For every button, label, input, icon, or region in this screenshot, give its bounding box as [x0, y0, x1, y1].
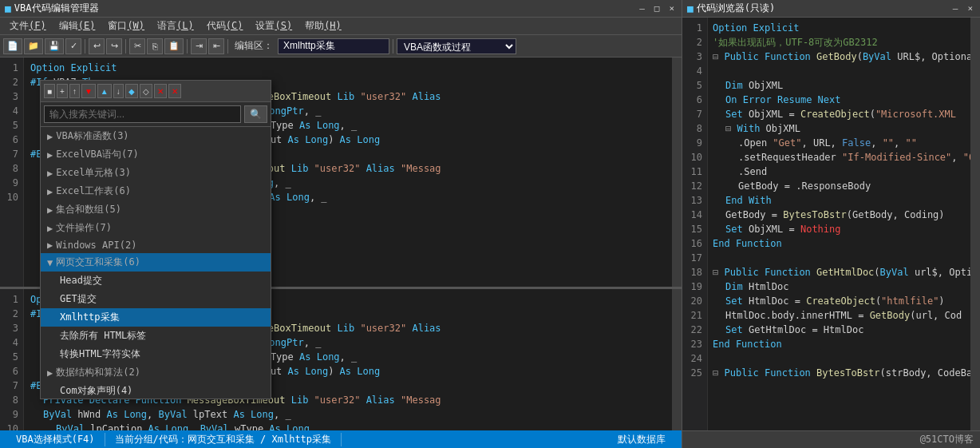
- status-mode: VBA选择模式(F4): [6, 433, 105, 446]
- menu-language[interactable]: 语言(L): [151, 18, 200, 34]
- main-toolbar: 📄 📁 💾 ✓ ↩ ↪ ✂ ⎘ 📋 ⇥ ⇤ 编辑区： VBA函数或过程: [0, 35, 682, 57]
- menu-window[interactable]: 窗口(W): [101, 18, 151, 34]
- tree-item-file-ops[interactable]: ▶ 文件操作(7): [41, 219, 271, 237]
- right-status-bar: @51CTO博客: [682, 430, 980, 448]
- right-vscrollbar[interactable]: [970, 18, 980, 430]
- save-button[interactable]: 💾: [45, 38, 64, 54]
- redo-button[interactable]: ↪: [106, 38, 122, 54]
- tree-subitem-convert-html[interactable]: 转换HTML字符实体: [41, 345, 271, 363]
- right-panel: ■ 代码浏览器(只读) — × 1 2 3 4 5 6 7 8 9 10 11 …: [682, 0, 980, 448]
- status-db: 默认数据库: [608, 433, 675, 446]
- dt-btn-4[interactable]: ▼: [81, 84, 96, 98]
- code-area-container: 1 2 3 4 5 6 7 8 9 10 Option Explicit #If…: [0, 57, 682, 430]
- function-select[interactable]: VBA函数或过程: [397, 38, 516, 54]
- separator-5: [393, 39, 393, 54]
- right-close-button[interactable]: ×: [965, 3, 975, 14]
- expand-icon: ▶: [47, 149, 53, 161]
- window-controls: — □ ×: [637, 3, 677, 14]
- expand-icon: ▶: [47, 186, 53, 197]
- dropdown-overlay: ■ + ↑ ▼ ▲ ↓ ◆ ◇ ✕ ✕ 🔍: [0, 80, 672, 413]
- right-app-icon: ■: [687, 2, 694, 14]
- right-code-content[interactable]: Option Explicit '如果出现乱码，UTF-8可改为GB2312 ⊟…: [708, 18, 970, 430]
- editor-label: 编辑区：: [231, 39, 276, 53]
- left-title-bar: ■ VBA代码编辑管理器 — □ ×: [0, 0, 682, 18]
- dt-btn-7[interactable]: ◆: [125, 84, 138, 98]
- tree-item-excel-vba[interactable]: ▶ ExcelVBA语句(7): [41, 145, 271, 164]
- check-button[interactable]: ✓: [65, 38, 81, 54]
- undo-button[interactable]: ↩: [89, 38, 105, 54]
- left-panel: ■ VBA代码编辑管理器 — □ × 文件(F) 编辑(E) 窗口(W) 语言(…: [0, 0, 682, 448]
- top-vscrollbar[interactable]: [672, 57, 682, 287]
- dt-btn-1[interactable]: ■: [44, 84, 55, 98]
- new-button[interactable]: 📄: [3, 38, 22, 54]
- open-button[interactable]: 📁: [24, 38, 43, 54]
- right-minimize-button[interactable]: —: [950, 3, 961, 14]
- tree-subitem-get[interactable]: GET提交: [41, 290, 271, 308]
- bottom-vscrollbar[interactable]: [672, 289, 682, 430]
- code-tree-dropdown: ■ + ↑ ▼ ▲ ↓ ◆ ◇ ✕ ✕ 🔍: [40, 80, 271, 399]
- minimize-button[interactable]: —: [637, 3, 647, 14]
- dt-btn-5[interactable]: ▲: [97, 84, 112, 98]
- tree-area: ▶ VBA标准函数(3) ▶ ExcelVBA语句(7) ▶ Excel单元格(…: [41, 127, 271, 398]
- tree-item-win-api[interactable]: ▶ Windows API(2): [41, 237, 271, 253]
- tree-subitem-xmlhttp[interactable]: Xmlhttp采集: [41, 308, 271, 327]
- dt-btn-6[interactable]: ↓: [113, 84, 124, 98]
- menu-help[interactable]: 帮助(H): [298, 18, 348, 34]
- menu-edit[interactable]: 编辑(E): [53, 18, 102, 34]
- menu-code[interactable]: 代码(C): [200, 18, 250, 34]
- separator-1: [85, 39, 85, 54]
- separator-4: [227, 39, 228, 54]
- status-bar: VBA选择模式(F4) 当前分组/代码：网页交互和采集 / Xmlhttp采集 …: [0, 430, 682, 448]
- right-title: 代码浏览器(只读): [697, 2, 775, 15]
- expand-icon: ▶: [47, 168, 53, 179]
- tree-item-vba-std[interactable]: ▶ VBA标准函数(3): [41, 127, 271, 145]
- app-title: VBA代码编辑管理器: [14, 2, 99, 15]
- app-icon: ■: [5, 2, 11, 14]
- right-title-bar: ■ 代码浏览器(只读) — ×: [682, 0, 980, 18]
- copy-button[interactable]: ⎘: [147, 38, 163, 54]
- tree-search-input[interactable]: [44, 105, 241, 123]
- status-current: 当前分组/代码：网页交互和采集 / Xmlhttp采集: [105, 433, 342, 446]
- right-code-area: 1 2 3 4 5 6 7 8 9 10 11 12 13 14 15 16 1…: [682, 18, 980, 430]
- tree-item-collection[interactable]: ▶ 集合和数组(5): [41, 200, 271, 219]
- dt-btn-10[interactable]: ✕: [168, 84, 181, 98]
- expand-icon-web: ▼: [47, 257, 53, 268]
- indent-button[interactable]: ⇥: [191, 38, 207, 54]
- tree-item-excel-sheet[interactable]: ▶ Excel工作表(6): [41, 182, 271, 200]
- search-row: 🔍: [41, 102, 271, 127]
- expand-icon: ▶: [47, 204, 53, 216]
- dropdown-toolbar: ■ + ↑ ▼ ▲ ↓ ◆ ◇ ✕ ✕: [41, 81, 271, 102]
- expand-icon: ▶: [47, 223, 53, 234]
- paste-button[interactable]: 📋: [164, 38, 184, 54]
- close-button[interactable]: ×: [666, 3, 677, 14]
- menu-bar: 文件(F) 编辑(E) 窗口(W) 语言(L) 代码(C) 设置(S) 帮助(H…: [0, 18, 682, 35]
- right-window-controls: — ×: [950, 3, 975, 14]
- right-line-numbers: 1 2 3 4 5 6 7 8 9 10 11 12 13 14 15 16 1…: [682, 18, 708, 430]
- menu-file[interactable]: 文件(F): [3, 18, 53, 34]
- dt-btn-9[interactable]: ✕: [154, 84, 167, 98]
- cut-button[interactable]: ✂: [129, 38, 145, 54]
- tree-item-web[interactable]: ▼ 网页交互和采集(6): [41, 253, 271, 272]
- tree-item-excel-cell[interactable]: ▶ Excel单元格(3): [41, 164, 271, 182]
- editor-name-input[interactable]: [278, 38, 389, 54]
- expand-icon: ▶: [47, 240, 53, 251]
- expand-icon: ▶: [47, 131, 53, 142]
- expand-icon-algo: ▶: [47, 367, 53, 379]
- dt-btn-2[interactable]: +: [57, 84, 68, 98]
- tree-subitem-com[interactable]: Com对象声明(4): [41, 382, 271, 398]
- tree-item-algo[interactable]: ▶ 数据结构和算法(2): [41, 363, 271, 382]
- dt-btn-3[interactable]: ↑: [69, 84, 80, 98]
- menu-settings[interactable]: 设置(S): [249, 18, 298, 34]
- credit-label: @51CTO博客: [920, 433, 974, 446]
- separator-2: [125, 39, 126, 54]
- tree-subitem-head[interactable]: Head提交: [41, 272, 271, 290]
- tree-search-button[interactable]: 🔍: [244, 105, 267, 123]
- separator-3: [187, 39, 188, 54]
- dt-btn-8[interactable]: ◇: [140, 84, 152, 98]
- maximize-button[interactable]: □: [652, 3, 662, 14]
- outdent-button[interactable]: ⇤: [208, 38, 224, 54]
- tree-subitem-remove-html[interactable]: 去除所有 HTML标签: [41, 327, 271, 345]
